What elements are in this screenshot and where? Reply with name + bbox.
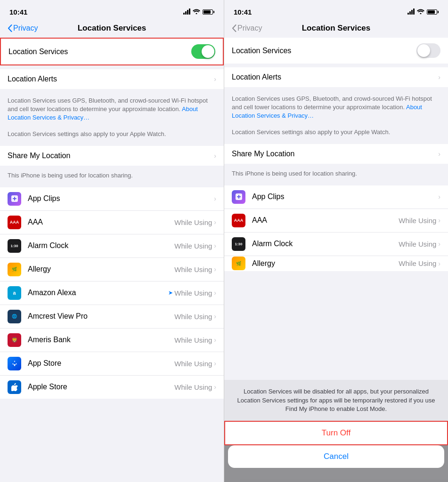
- app-row-alarm-right[interactable]: 1:30 Alarm Clock While Using ›: [224, 233, 448, 256]
- alarm-icon-left: 1:30: [8, 239, 21, 253]
- location-alerts-row[interactable]: Location Alerts ›: [0, 69, 224, 89]
- location-services-section-right: Location Services: [224, 38, 448, 64]
- appstore-name-left: App Store: [28, 359, 174, 368]
- share-desc-text-right: This iPhone is being used for location s…: [232, 170, 357, 177]
- nav-bar-right: Privacy Location Services: [224, 21, 448, 38]
- alarm-chevron-left: ›: [214, 242, 216, 249]
- app-clips-name-right: App Clips: [252, 193, 438, 201]
- location-services-toggle-right[interactable]: [416, 43, 440, 58]
- allergy-name-left: Allergy: [28, 265, 174, 273]
- back-label-right: Privacy: [237, 24, 262, 32]
- spacer1-right: [224, 140, 448, 144]
- desc2-text-right: Location Services settings also apply to…: [232, 129, 390, 136]
- left-phone-panel: 10:41: [0, 0, 224, 482]
- location-alerts-chevron-right: ›: [438, 73, 440, 81]
- app-row-alarm-left[interactable]: 1:30 Alarm Clock While Using ›: [0, 234, 224, 258]
- cancel-button-container: Cancel: [228, 445, 444, 468]
- wifi-icon-right: [417, 8, 424, 16]
- wifi-icon-left: [193, 8, 200, 16]
- aaa-permission-text-right: While Using: [399, 217, 436, 225]
- location-services-toggle[interactable]: [191, 44, 215, 59]
- app-clips-name-left: App Clips: [28, 194, 214, 203]
- app-row-allergy-right[interactable]: 🌿 Allergy While Using ›: [224, 256, 448, 271]
- amcrest-permission-text-left: While Using: [174, 313, 212, 321]
- alarm-name-left: Alarm Clock: [28, 241, 174, 250]
- share-location-row-right[interactable]: Share My Location ›: [224, 144, 448, 164]
- applestore-permission-left: While Using: [174, 383, 212, 391]
- applestore-name-left: Apple Store: [28, 383, 174, 391]
- app-row-aaa-right[interactable]: AAA AAA While Using ›: [224, 209, 448, 233]
- share-description-left: This iPhone is being used for location s…: [0, 169, 224, 184]
- app-row-amcrest-left[interactable]: 🌐 Amcrest View Pro While Using ›: [0, 305, 224, 329]
- app-list-right: App Clips › AAA AAA While Using › 1:30 A: [224, 185, 448, 271]
- location-alerts-section-right: Location Alerts ›: [224, 67, 448, 87]
- spacer2-right: [224, 182, 448, 185]
- alarm-permission-right: While Using: [399, 240, 436, 248]
- turn-off-button-container: Turn Off: [224, 421, 448, 445]
- app-row-aaa-left[interactable]: AAA AAA While Using ›: [0, 211, 224, 234]
- allergy-permission-left: While Using: [174, 265, 212, 273]
- app-clips-icon-right: [232, 190, 245, 204]
- app-row-alexa-left[interactable]: a Amazon Alexa ➤ While Using ›: [0, 281, 224, 305]
- location-alerts-label: Location Alerts: [8, 75, 214, 83]
- back-button-right[interactable]: Privacy: [232, 24, 262, 32]
- status-icons-left: [183, 8, 214, 16]
- app-clips-icon-left: [8, 192, 21, 206]
- aaa-icon-right: AAA: [232, 214, 245, 227]
- share-location-label: Share My Location: [8, 152, 214, 160]
- location-alerts-row-right[interactable]: Location Alerts ›: [224, 67, 448, 87]
- amcrest-permission-left: While Using: [174, 313, 212, 321]
- aaa-chevron-right: ›: [438, 217, 440, 224]
- location-services-toggle-row[interactable]: Location Services: [1, 39, 223, 64]
- back-button-left[interactable]: Privacy: [8, 24, 38, 32]
- alarm-permission-text-right: While Using: [399, 240, 436, 248]
- amcrest-name-left: Amcrest View Pro: [28, 312, 174, 321]
- app-row-app-clips-left[interactable]: App Clips ›: [0, 187, 224, 211]
- location-alerts-chevron: ›: [214, 75, 216, 83]
- app-row-app-clips-right[interactable]: App Clips ›: [224, 185, 448, 209]
- location-services-toggle-row-right[interactable]: Location Services: [224, 38, 448, 64]
- description-2-left: Location Services settings also apply to…: [0, 128, 224, 142]
- applestore-permission-text-left: While Using: [174, 383, 212, 391]
- appstore-permission-text-left: While Using: [174, 360, 212, 368]
- allergy-icon-left: 🌿: [8, 263, 21, 276]
- alarm-icon-right: 1:30: [232, 237, 245, 251]
- applestore-chevron-left: ›: [214, 383, 216, 391]
- aaa-icon-left: AAA: [8, 216, 21, 229]
- nav-title-right: Location Services: [302, 24, 371, 33]
- turn-off-label: Turn Off: [322, 428, 350, 438]
- spacer2-left: [0, 184, 224, 187]
- location-alerts-section: Location Alerts ›: [0, 69, 224, 89]
- right-phone-panel: 10:41: [224, 0, 448, 482]
- aaa-name-left: AAA: [28, 218, 174, 226]
- app-row-applestore-left[interactable]: Apple Store While Using ›: [0, 376, 224, 399]
- amcrest-chevron-left: ›: [214, 313, 216, 320]
- share-location-row[interactable]: Share My Location ›: [0, 146, 224, 166]
- app-row-allergy-left[interactable]: 🌿 Allergy While Using ›: [0, 258, 224, 281]
- turn-off-button[interactable]: Turn Off: [225, 422, 447, 444]
- desc1-text-right: Location Services uses GPS, Bluetooth, a…: [232, 95, 432, 111]
- dialog-overlay: Location Services will be disabled for a…: [224, 380, 448, 482]
- spacer1-left: [0, 142, 224, 146]
- back-label-left: Privacy: [13, 24, 38, 32]
- allergy-icon-right: 🌿: [232, 257, 245, 270]
- aaa-name-right: AAA: [252, 216, 399, 225]
- app-clips-chevron-left: ›: [214, 195, 216, 202]
- status-time-left: 10:41: [9, 8, 27, 16]
- app-row-ameris-left[interactable]: 🦁 Ameris Bank While Using ›: [0, 329, 224, 352]
- location-services-label-right: Location Services: [232, 47, 416, 55]
- share-description-right: This iPhone is being used for location s…: [224, 168, 448, 182]
- appstore-permission-left: While Using: [174, 360, 212, 368]
- description-2-right: Location Services settings also apply to…: [224, 126, 448, 140]
- alexa-icon-left: a: [8, 286, 21, 300]
- app-row-appstore-left[interactable]: App Store While Using ›: [0, 352, 224, 376]
- signal-icon-left: [183, 9, 190, 15]
- ameris-chevron-left: ›: [214, 336, 216, 344]
- cancel-button[interactable]: Cancel: [228, 445, 444, 468]
- description-1-left: Location Services uses GPS, Bluetooth, a…: [0, 93, 224, 128]
- share-location-chevron-right: ›: [438, 150, 440, 158]
- app-clips-chevron-right: ›: [438, 193, 440, 201]
- battery-icon-left: [203, 9, 214, 15]
- signal-icon-right: [407, 9, 415, 15]
- aaa-chevron-left: ›: [214, 218, 216, 226]
